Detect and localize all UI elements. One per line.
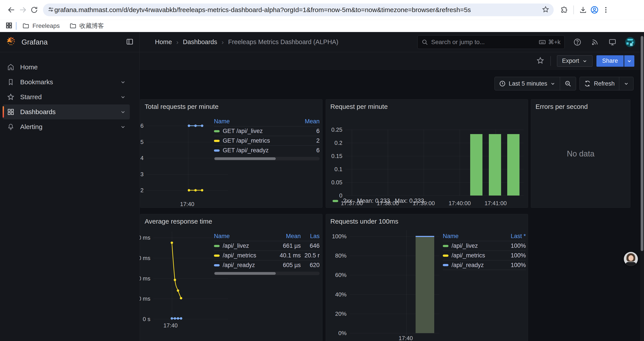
apps-grid-icon[interactable] <box>5 22 13 30</box>
x-axis-tick-label: 17:41:00 <box>476 200 515 207</box>
y-axis-tick-label: 0.25 <box>316 126 342 133</box>
legend-series-name[interactable]: /api/_metrics <box>443 252 502 259</box>
legend-series-name[interactable]: /api/_readyz <box>214 262 272 269</box>
avatar-face <box>628 255 634 261</box>
gridline <box>346 195 524 196</box>
legend-scrollbar-thumb[interactable] <box>214 272 276 275</box>
x-axis-tick-label: 17:40 <box>386 335 426 341</box>
legend-series-name[interactable]: GET /api/_readyz <box>214 147 296 154</box>
forward-icon[interactable] <box>17 4 28 16</box>
legend-row: GET /api/_livez6 <box>214 126 320 136</box>
panel-title[interactable]: Total requests per minute <box>140 99 322 114</box>
y-axis-tick-label: 80 ms <box>140 234 150 241</box>
legend-series-name[interactable]: /api/_readyz <box>443 262 502 269</box>
search-shortcut: ⌘+k <box>538 38 560 46</box>
export-button[interactable]: Export <box>557 55 592 67</box>
legend-header: NameLast * <box>443 231 526 241</box>
legend-value: 100% <box>502 242 526 249</box>
grafana-logo[interactable] <box>6 37 16 48</box>
series-color-swatch <box>443 264 448 266</box>
bookmark-folder-freeleaps[interactable]: Freeleaps <box>22 22 60 30</box>
zoom-out-icon <box>564 80 572 87</box>
legend-column-header[interactable]: Mean <box>272 233 301 240</box>
legend-column-header[interactable]: Name <box>443 233 502 240</box>
reload-icon[interactable] <box>28 4 40 16</box>
address-bar[interactable]: grafana.mathmast.com/d/deytv4rwavabkb/fr… <box>43 4 554 16</box>
y-axis-tick-label: 0.15 <box>316 153 342 160</box>
screen: grafana.mathmast.com/d/deytv4rwavabkb/fr… <box>0 0 644 341</box>
bookmark-star-icon[interactable] <box>542 6 549 14</box>
panel-p2: Request per minute0.250.20.150.10.05017:… <box>326 99 528 208</box>
browser-menu-icon[interactable] <box>600 4 612 16</box>
share-button[interactable]: Share <box>596 55 624 67</box>
gridline <box>346 130 524 130</box>
legend-series-name[interactable]: GET /api/_livez <box>214 128 296 135</box>
user-avatar[interactable] <box>625 37 635 47</box>
series-color-swatch <box>332 200 338 202</box>
panel-title[interactable]: Average response time <box>140 214 322 229</box>
legend-column-header[interactable]: Name <box>214 233 272 240</box>
legend-scrollbar-thumb[interactable] <box>214 157 276 160</box>
legend-stat: Mean: 0.233 <box>357 197 390 204</box>
time-controls: Last 5 minutes Refresh <box>494 77 634 90</box>
panel-title[interactable]: Request per minute <box>326 99 528 114</box>
panel-p4: Average response time80 ms60 ms40 ms20 m… <box>140 214 322 341</box>
url-text[interactable]: grafana.mathmast.com/d/deytv4rwavabkb/fr… <box>54 6 542 14</box>
sidebar-item-starred[interactable]: Starred <box>3 90 130 104</box>
downloads-icon[interactable] <box>577 4 589 16</box>
panel-title[interactable]: Requests under 100ms <box>326 214 528 229</box>
legend-series-name[interactable]: 2xx <box>343 197 352 204</box>
scrollbar-thumb[interactable] <box>641 36 643 251</box>
x-axis-tick-label: 17:40 <box>151 322 190 329</box>
gridline <box>154 299 228 299</box>
legend-series-name[interactable]: /api/_metrics <box>214 252 272 259</box>
refresh-button[interactable]: Refresh <box>580 77 619 90</box>
actions-divider <box>550 56 551 66</box>
refresh-interval-button[interactable] <box>619 77 633 90</box>
no-data-message: No data <box>531 149 630 158</box>
sidebar-item-dashboards[interactable]: Dashboards <box>3 104 130 119</box>
back-icon[interactable] <box>6 4 17 16</box>
share-menu-button[interactable] <box>624 55 634 67</box>
profile-icon[interactable] <box>589 4 600 16</box>
breadcrumb-home[interactable]: Home <box>155 38 172 46</box>
legend-column-header[interactable]: Las <box>301 233 320 240</box>
assistant-avatar[interactable] <box>624 252 638 266</box>
legend-series-name[interactable]: /api/_livez <box>443 242 502 249</box>
favorite-star-icon[interactable] <box>536 57 544 65</box>
legend-table: NameLast */api/_livez100%/api/_metrics10… <box>443 231 526 270</box>
header-icon-group <box>572 37 635 47</box>
panel-title[interactable]: Errors per second <box>531 99 630 114</box>
y-axis-tick-label: 6 <box>140 122 144 129</box>
browser-toolbar: grafana.mathmast.com/d/deytv4rwavabkb/fr… <box>0 0 644 20</box>
monitor-icon[interactable] <box>608 37 617 47</box>
sidebar-item-alerting[interactable]: Alerting <box>3 119 130 134</box>
legend-row: /api/_metrics40.1 ms20.5 r <box>214 251 320 260</box>
sidebar-item-bookmarks[interactable]: Bookmarks <box>3 75 130 90</box>
news-rss-icon[interactable] <box>590 37 600 47</box>
extensions-icon[interactable] <box>558 4 570 16</box>
time-picker-group: Last 5 minutes <box>494 77 576 90</box>
time-range-picker[interactable]: Last 5 minutes <box>495 77 560 90</box>
gridline <box>147 174 228 174</box>
legend-series-name[interactable]: /api/_livez <box>214 242 272 249</box>
breadcrumb-dashboards[interactable]: Dashboards <box>183 38 217 46</box>
breadcrumb-separator: › <box>222 38 224 46</box>
sidebar-item-home[interactable]: Home <box>3 60 130 75</box>
legend-column-header[interactable]: Name <box>214 118 296 125</box>
y-axis-tick-label: 100% <box>320 233 346 240</box>
help-icon[interactable] <box>572 37 582 47</box>
zoom-out-button[interactable] <box>560 77 576 90</box>
sidebar-toggle-icon[interactable] <box>126 38 134 47</box>
site-settings-icon[interactable] <box>47 6 54 14</box>
legend-column-header[interactable]: Last * <box>502 233 526 240</box>
legend-series-name[interactable]: GET /api/_metrics <box>214 137 296 144</box>
bookmark-folder-blogs[interactable]: 收藏博客 <box>70 22 104 30</box>
grafana-main: Home Bookmarks Starred Dashboards <box>0 52 644 341</box>
legend-column-header[interactable]: Mean <box>296 118 320 125</box>
y-axis-tick-label: 0.2 <box>316 139 342 146</box>
series-color-swatch <box>214 264 220 266</box>
gridline <box>154 319 228 319</box>
search-input[interactable]: Search or jump to... ⌘+k <box>417 35 565 49</box>
y-axis-tick-label: 0% <box>320 329 346 336</box>
